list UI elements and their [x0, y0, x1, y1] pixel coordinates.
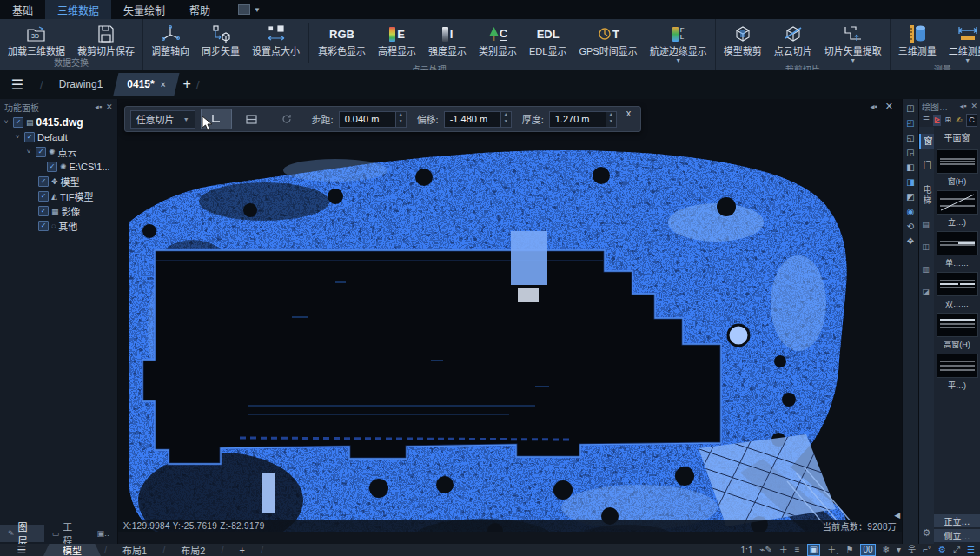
view-right-icon[interactable]: ◨ [904, 176, 917, 189]
category-tab-stairs-icon[interactable]: ▤ [922, 217, 931, 231]
view-top-icon[interactable]: ◰ [904, 117, 917, 129]
snap-icon[interactable]: ＋ [779, 545, 788, 555]
tab-layers[interactable]: ✎图层 [0, 525, 44, 542]
checkbox[interactable]: ✓ [38, 221, 49, 231]
slice-mode-dropdown[interactable]: 任意切片 ▼ [130, 110, 195, 129]
step-spinner[interactable]: ▲▼ [395, 111, 407, 128]
menu-basic[interactable]: 基础 [0, 0, 45, 19]
doc-tab-0415[interactable]: 0415* × [113, 73, 179, 96]
menu-lines-icon[interactable]: ☰ [967, 545, 975, 555]
symbol-thumb-double[interactable] [937, 272, 978, 296]
checkbox[interactable]: ✓ [36, 147, 46, 157]
tree-item-other[interactable]: ✓ ◌ 其他 [0, 218, 117, 233]
tab-model[interactable]: 模型 [43, 544, 101, 556]
filter-input[interactable]: C [966, 114, 977, 127]
edl-display-button[interactable]: EDL EDL显示 [523, 22, 573, 57]
measure-3d-button[interactable]: 三维测量 [892, 22, 943, 57]
view-iso-icon[interactable]: ◳ [904, 103, 917, 115]
polar-tracking-icon[interactable]: ＋˰ [827, 545, 838, 555]
flag-icon[interactable]: ⚑ [846, 545, 854, 555]
view-perspective-icon[interactable]: ◩ [904, 191, 917, 203]
isodraft-icon[interactable]: ❄ [883, 545, 890, 555]
grid-icon[interactable]: ≡ [795, 545, 800, 555]
category-tab-window[interactable]: 窗 [919, 134, 934, 149]
checkbox[interactable]: ✓ [38, 191, 49, 202]
set-point-size-button[interactable]: 设置点大小 [246, 22, 306, 57]
menu-3d-data[interactable]: 三维数据 [45, 0, 111, 19]
tree-item-dwg[interactable]: ˅ ✓ ▤ 0415.dwg [0, 115, 117, 129]
symbol-thumb-flat[interactable] [937, 354, 978, 378]
link-icon[interactable]: ⌐° [923, 545, 931, 555]
tree-item-pointcloud[interactable]: ˅ ✓ ✺ 点云 [0, 144, 117, 159]
add-icon[interactable]: ⊞ [944, 115, 952, 126]
close-tab-icon[interactable]: × [161, 80, 166, 89]
brush-icon[interactable]: ✍ [955, 115, 963, 126]
pan-view-icon[interactable]: ✥ [904, 235, 917, 248]
list-item-side-elevation[interactable]: 侧立… [934, 529, 980, 542]
rgb-display-button[interactable]: RGB 真彩色显示 [312, 22, 372, 57]
symbol-thumb-high-window[interactable] [937, 313, 978, 337]
slice-vector-extract-button[interactable]: 切片矢量提取 ▼ [818, 22, 888, 64]
sync-vector-button[interactable]: 同步矢量 [195, 22, 246, 57]
add-layout-button[interactable]: + [227, 544, 256, 556]
eye-icon[interactable]: ◉ [904, 206, 917, 218]
gear-icon[interactable]: ⚙ [938, 545, 946, 555]
tree-item-default[interactable]: ˅ ✓ Default [0, 129, 117, 144]
symbol-thumb-elevation[interactable] [937, 190, 978, 215]
close-viewport-icon[interactable]: ✕ [885, 101, 893, 112]
tab-layout2[interactable]: 布局2 [169, 544, 217, 556]
thickness-spinner[interactable]: ▲▼ [606, 111, 617, 128]
step-value[interactable]: 0.040 m [339, 111, 395, 128]
save-crop-slice-button[interactable]: 裁剪切片保存 [71, 22, 141, 57]
horizontal-slice-button[interactable] [237, 109, 267, 129]
fullscreen-icon[interactable]: ⤢ [953, 545, 960, 555]
thickness-value[interactable]: 1.270 m [549, 111, 606, 128]
collapse-right-panel-arrow[interactable]: ◀ [894, 511, 900, 520]
coords-display-icon[interactable]: 00 [860, 544, 875, 556]
measure-2d-button[interactable]: 二维测量 ▼ [943, 22, 980, 64]
dynamic-input-icon[interactable]: ⌁✎ [759, 545, 771, 555]
close-panel-icon[interactable]: ✕ [106, 103, 113, 111]
reset-slice-button[interactable] [272, 109, 301, 129]
expand-arrow-icon[interactable]: ˅ [2, 118, 10, 126]
list-item-front-elevation[interactable]: 正立… [934, 514, 980, 527]
quick-access-toolbar[interactable]: ▼ [238, 0, 261, 19]
gear-icon[interactable]: ⚙ [923, 527, 931, 539]
elevation-display-button[interactable]: E 高程显示 [372, 22, 422, 57]
scale-indicator[interactable]: 1:1 [741, 546, 753, 555]
user-icon[interactable]: 웃 [908, 545, 916, 555]
category-tab-door[interactable]: 门 [920, 158, 933, 174]
new-tab-button[interactable]: + [183, 76, 191, 92]
tree-item-model[interactable]: ✓ ✥ 模型 [0, 174, 117, 189]
chevron-down-icon[interactable]: ▾ [897, 545, 901, 555]
hamburger-menu-icon[interactable]: ☰ [0, 76, 35, 93]
category-tab-wall-icon[interactable]: ◫ [922, 240, 931, 254]
load-3d-data-button[interactable]: 3D 加载三维数据 [2, 22, 71, 57]
pin-icon[interactable]: ◂▪ [870, 102, 877, 111]
tab-project[interactable]: ▭工程 [44, 525, 89, 542]
pin-icon[interactable]: ◂▪ [960, 102, 967, 110]
category-tab-annotation-icon[interactable]: ▥ [922, 262, 931, 276]
close-panel-icon[interactable]: ✕ [970, 102, 977, 110]
checkbox[interactable]: ✓ [47, 162, 57, 172]
view-back-icon[interactable]: ◲ [904, 147, 917, 159]
doc-tab-drawing1[interactable]: Drawing1 [49, 75, 114, 94]
trajectory-edge-display-button[interactable]: FL 航迹边缘显示 ▼ [644, 22, 713, 64]
symbol-thumb-single[interactable] [937, 231, 978, 255]
category-tab-elevator[interactable]: 电梯 [920, 182, 933, 208]
view-front-icon[interactable]: ◱ [904, 132, 917, 144]
tree-item-tif-model[interactable]: ✓ ◭ TIF模型 [0, 189, 117, 203]
draw-slice-line-button[interactable] [201, 109, 232, 129]
offset-value[interactable]: -1.480 m [444, 111, 500, 128]
checkbox[interactable]: ✓ [13, 117, 23, 128]
close-slice-toolbar-button[interactable]: x [622, 108, 636, 118]
gps-time-display-button[interactable]: T GPS时间显示 [573, 22, 643, 57]
tab-more[interactable]: ▣‥ [89, 525, 117, 542]
pin-icon[interactable]: ◂▪ [95, 103, 102, 111]
view-left-icon[interactable]: ◧ [904, 162, 917, 174]
expand-arrow-icon[interactable]: ˅ [24, 148, 33, 156]
tree-item-file[interactable]: ✓ ✺ E:\CS\1... [0, 159, 117, 174]
intensity-display-button[interactable]: I 强度显示 [422, 22, 473, 57]
adjust-axis-button[interactable]: 调整轴向 [145, 22, 195, 57]
symbol-thumb-window-h[interactable] [937, 149, 978, 174]
